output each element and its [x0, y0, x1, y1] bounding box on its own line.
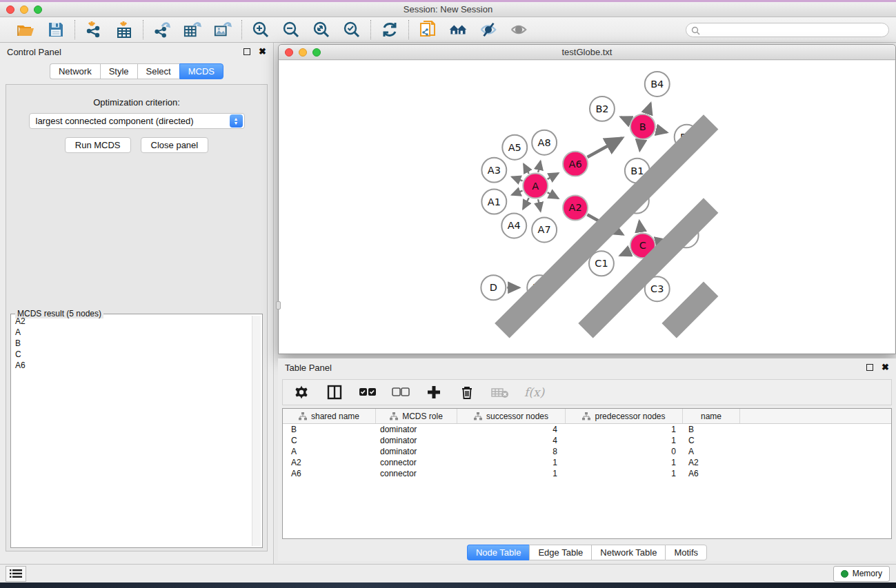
network-window-titlebar[interactable]: testGlobe.txt: [279, 45, 895, 60]
table-cell[interactable]: 1: [457, 457, 566, 468]
network-canvas[interactable]: B4B2BB3A8A5A6A3B1AA1C2A2A4A7C4CC1DD1C3: [279, 61, 895, 353]
table-cell[interactable]: 1: [566, 457, 683, 468]
desktop-wallpaper-strip: [0, 582, 896, 588]
memory-label: Memory: [853, 569, 882, 578]
export-image-icon[interactable]: [214, 21, 232, 39]
search-input[interactable]: [686, 23, 889, 37]
table-cell[interactable]: A: [683, 446, 740, 457]
float-table-panel-icon[interactable]: [866, 364, 873, 371]
zoom-in-icon[interactable]: [252, 21, 270, 39]
table-cell[interactable]: dominator: [376, 424, 457, 435]
tab-mcds[interactable]: MCDS: [179, 63, 223, 79]
result-item[interactable]: A: [12, 327, 251, 338]
table-row[interactable]: A6connector11A6: [283, 468, 891, 479]
deselect-all-icon[interactable]: [392, 383, 410, 401]
table-cell[interactable]: 8: [457, 446, 566, 457]
save-session-icon[interactable]: [47, 21, 65, 39]
copy-network-icon[interactable]: [419, 21, 437, 39]
column-header-shared-name[interactable]: shared name: [283, 409, 376, 423]
table-cell[interactable]: connector: [376, 468, 457, 479]
optimization-criterion-select[interactable]: largest connected component (directed) ▲…: [29, 113, 245, 129]
network-view-window: testGlobe.txt B4B2BB3A8A5A6A3B1AA1C2A2A4…: [278, 44, 896, 354]
table-cell[interactable]: connector: [376, 457, 457, 468]
show-graphics-details-icon[interactable]: [510, 21, 528, 39]
table-cell[interactable]: 4: [457, 424, 566, 435]
table-row[interactable]: Bdominator41B: [283, 424, 891, 435]
close-panel-icon[interactable]: ✖: [259, 48, 266, 55]
create-column-icon[interactable]: [425, 383, 443, 401]
toolbar-search: [686, 23, 889, 37]
tab-node-table[interactable]: Node Table: [467, 545, 530, 560]
table-cell[interactable]: A2: [283, 457, 376, 468]
delete-table-icon[interactable]: [491, 383, 509, 401]
window-resize-grip[interactable]: [278, 59, 893, 352]
tab-edge-table[interactable]: Edge Table: [529, 545, 591, 560]
close-table-panel-icon[interactable]: ✖: [882, 364, 889, 371]
splitter-grip[interactable]: [276, 301, 281, 310]
tab-network[interactable]: Network: [50, 63, 100, 79]
result-item[interactable]: C: [12, 349, 251, 360]
table-cell[interactable]: C: [683, 435, 740, 446]
export-table-icon[interactable]: [183, 21, 201, 39]
optimization-criterion-label: Optimization criterion:: [6, 97, 267, 108]
open-file-icon[interactable]: [17, 21, 34, 39]
function-builder-icon[interactable]: f(x): [524, 385, 544, 399]
table-cell[interactable]: dominator: [376, 435, 457, 446]
zoom-fit-icon[interactable]: [312, 21, 330, 39]
result-item[interactable]: A6: [12, 360, 251, 371]
zoom-out-icon[interactable]: [282, 21, 300, 39]
mcds-result-list[interactable]: A2ABCA6: [12, 316, 251, 546]
home-icon[interactable]: [449, 21, 467, 39]
table-cell[interactable]: A6: [283, 468, 376, 479]
column-header-predecessor-nodes[interactable]: predecessor nodes: [566, 409, 683, 423]
memory-button[interactable]: Memory: [833, 566, 890, 582]
table-cell[interactable]: C: [283, 435, 376, 446]
import-network-icon[interactable]: [85, 21, 103, 39]
select-all-icon[interactable]: [359, 383, 377, 401]
task-history-button[interactable]: [6, 566, 26, 582]
table-tabs: Node Table Edge Table Network Table Moti…: [278, 545, 896, 560]
memory-status-icon: [841, 570, 848, 578]
table-cell[interactable]: 4: [457, 435, 566, 446]
show-columns-icon[interactable]: [326, 383, 344, 401]
table-cell[interactable]: 1: [566, 435, 683, 446]
tab-style[interactable]: Style: [100, 63, 137, 79]
hide-graphics-details-icon[interactable]: [479, 21, 497, 39]
table-cell[interactable]: 1: [566, 424, 683, 435]
tab-motifs[interactable]: Motifs: [665, 545, 707, 560]
tab-select[interactable]: Select: [137, 63, 179, 79]
select-stepper-icon: ▲▼: [230, 114, 243, 128]
run-mcds-button[interactable]: Run MCDS: [65, 137, 131, 153]
close-panel-button[interactable]: Close panel: [141, 137, 209, 153]
result-item[interactable]: B: [12, 338, 251, 349]
delete-column-icon[interactable]: [458, 383, 476, 401]
column-header-name[interactable]: name: [683, 409, 740, 423]
import-table-icon[interactable]: [115, 21, 133, 39]
column-header-successor-nodes[interactable]: successor nodes: [457, 409, 566, 423]
table-row[interactable]: A2connector11A2: [283, 457, 891, 468]
table-cell[interactable]: 1: [457, 468, 566, 479]
float-panel-icon[interactable]: [243, 48, 250, 55]
table-cell[interactable]: 1: [566, 468, 683, 479]
table-cell[interactable]: A2: [683, 457, 740, 468]
table-cell[interactable]: 0: [566, 446, 683, 457]
table-row[interactable]: Cdominator41C: [283, 435, 891, 446]
attribute-icon: [582, 412, 590, 420]
table-cell[interactable]: B: [283, 424, 376, 435]
zoom-selected-icon[interactable]: [343, 21, 361, 39]
table-cell[interactable]: dominator: [376, 446, 457, 457]
result-scrollbar[interactable]: [252, 316, 261, 546]
apply-layout-icon[interactable]: [381, 21, 399, 39]
column-header-mcds-role[interactable]: MCDS role: [376, 409, 457, 423]
result-item[interactable]: A2: [12, 316, 251, 327]
table-row[interactable]: Adominator80A: [283, 446, 891, 457]
table-cell[interactable]: A: [283, 446, 376, 457]
node-table: shared name MCDS role successor nodes pr…: [282, 408, 892, 539]
control-panel-title: Control Panel: [7, 47, 61, 57]
table-cell[interactable]: B: [683, 424, 740, 435]
table-cell[interactable]: A6: [683, 468, 740, 479]
tab-network-table[interactable]: Network Table: [591, 545, 665, 560]
table-settings-gear-icon[interactable]: [292, 383, 310, 401]
export-network-icon[interactable]: [153, 21, 171, 39]
attribute-icon: [390, 412, 398, 420]
